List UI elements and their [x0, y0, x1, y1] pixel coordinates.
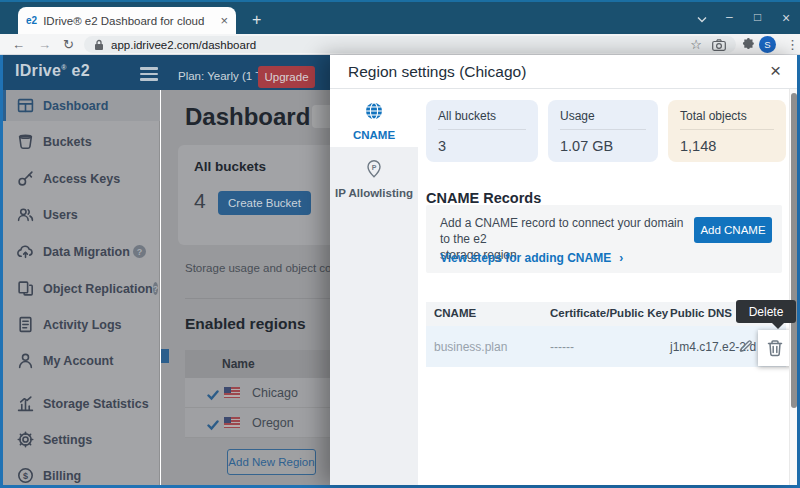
all-buckets-card: All buckets 4 Create Bucket: [178, 145, 330, 245]
sidebar-item-activity-logs[interactable]: Activity Logs: [3, 309, 160, 340]
modal-content: All buckets 3 Usage 1.07 GB Total object…: [418, 89, 789, 485]
back-icon[interactable]: ←: [12, 37, 25, 52]
delete-trash-button[interactable]: [758, 330, 792, 366]
stat-card-usage: Usage 1.07 GB: [548, 100, 658, 162]
stat-value: 1,148: [680, 138, 774, 154]
column-header-certificate: Certificate/Public Key: [550, 307, 668, 319]
regions-table-header: Name: [185, 350, 330, 378]
window-minimize-button[interactable]: –: [726, 10, 733, 24]
column-header-public-dns: Public DNS: [670, 307, 732, 319]
sidebar-item-data-migration[interactable]: Data Migration ?: [3, 236, 160, 267]
view-steps-link[interactable]: View steps for adding CNAME›: [440, 251, 623, 265]
modal-header: Region settings (Chicago) ×: [330, 55, 797, 89]
sidebar-item-label: Access Keys: [43, 172, 120, 186]
browser-menu-dots-icon[interactable]: ⋮: [786, 37, 799, 52]
globe-icon: [364, 101, 384, 121]
edit-pencil-icon[interactable]: [739, 339, 753, 353]
url-text: app.idrivee2.com/dashboard: [111, 39, 256, 51]
sidebar-item-label: Storage Statistics: [43, 397, 149, 411]
dollar-icon: $: [17, 467, 34, 484]
users-icon: [17, 206, 34, 223]
key-icon: [17, 170, 34, 187]
tab-close-icon[interactable]: ×: [220, 14, 228, 27]
sidebar-item-label: Users: [43, 208, 78, 222]
partial-hidden-button[interactable]: [312, 105, 330, 128]
modal-close-icon[interactable]: ×: [770, 60, 781, 82]
divider: [438, 129, 526, 130]
tab-ip-allowlisting[interactable]: P IP Allowlisting: [330, 147, 418, 205]
forward-icon[interactable]: →: [38, 37, 51, 52]
cloud-migration-icon: [17, 243, 34, 260]
camera-icon[interactable]: [712, 39, 726, 51]
person-icon: [17, 352, 34, 369]
browser-toolbar: ← → ↻ app.idrivee2.com/dashboard ☆ S ⋮: [0, 34, 800, 55]
modal-scrollbar[interactable]: [789, 89, 797, 485]
browser-titlebar: e2 IDrive® e2 Dashboard for cloud × + – …: [0, 0, 800, 34]
us-flag-icon: [224, 417, 240, 428]
window-maximize-button[interactable]: □: [754, 10, 761, 24]
new-tab-button[interactable]: +: [252, 11, 261, 29]
sidebar-item-my-account[interactable]: My Account: [3, 345, 160, 376]
sidebar-item-label: My Account: [43, 354, 113, 368]
create-bucket-button[interactable]: Create Bucket: [218, 191, 311, 215]
reload-icon[interactable]: ↻: [63, 37, 74, 52]
replication-icon: [17, 280, 34, 297]
modal-tab-column: CNAME P IP Allowlisting: [330, 89, 418, 485]
upgrade-button[interactable]: Upgrade: [258, 66, 315, 88]
cname-records-heading: CNAME Records: [426, 190, 541, 206]
divider: [680, 129, 774, 130]
add-cname-button[interactable]: Add CNAME: [694, 217, 772, 243]
region-settings-modal: Region settings (Chicago) × CNAME P IP A…: [330, 55, 797, 485]
sidebar-item-users[interactable]: Users: [3, 199, 160, 230]
dashboard-main: Dashboard All buckets 4 Create Bucket St…: [161, 90, 330, 485]
cname-info-box: Add a CNAME record to connect your domai…: [426, 205, 782, 273]
bucket-icon: [17, 133, 34, 150]
help-icon[interactable]: ?: [133, 245, 146, 258]
help-icon[interactable]: ?: [153, 282, 159, 295]
sidebar: Dashboard Buckets Access Keys Users Data…: [3, 90, 160, 485]
site-favicon: e2: [26, 15, 37, 26]
chevron-right-icon: ›: [619, 251, 623, 265]
region-row-oregon[interactable]: Oregon: [185, 408, 330, 438]
tab-cname[interactable]: CNAME: [330, 89, 418, 147]
divider: [185, 298, 330, 299]
sidebar-item-dashboard[interactable]: Dashboard: [3, 90, 160, 121]
region-row-chicago[interactable]: Chicago: [185, 378, 330, 408]
sidebar-item-label: Settings: [43, 433, 92, 447]
dashboard-icon: [17, 97, 34, 114]
checkmark-icon: [207, 417, 219, 429]
sidebar-item-access-keys[interactable]: Access Keys: [3, 163, 160, 194]
delete-tooltip: Delete: [736, 300, 796, 323]
sidebar-item-object-replication[interactable]: Object Replication ?: [3, 273, 160, 304]
sidebar-item-label: Billing: [43, 469, 81, 483]
sidebar-item-buckets[interactable]: Buckets: [3, 126, 160, 157]
window-menu-chevron-icon[interactable]: [697, 12, 707, 26]
sidebar-item-billing[interactable]: $ Billing: [3, 460, 160, 488]
bookmark-star-icon[interactable]: ☆: [690, 37, 702, 52]
sidebar-item-settings[interactable]: Settings: [3, 424, 160, 455]
page-title: Dashboard: [185, 103, 310, 131]
hamburger-menu-icon[interactable]: [140, 64, 158, 84]
sidebar-item-label: Dashboard: [43, 99, 108, 113]
tab-label: IP Allowlisting: [335, 187, 413, 199]
browser-profile-avatar[interactable]: S: [759, 36, 776, 53]
gear-icon: [17, 431, 34, 448]
extensions-puzzle-icon[interactable]: [742, 38, 755, 51]
address-bar[interactable]: app.idrivee2.com/dashboard ☆: [84, 36, 736, 53]
bar-chart-icon: [17, 395, 34, 412]
tab-title: IDrive® e2 Dashboard for cloud: [43, 15, 208, 27]
app-header: IDrive® e2 Plan: Yearly (1 TB) Upgrade: [3, 55, 330, 90]
idrive-e2-logo[interactable]: IDrive® e2: [15, 62, 90, 80]
sidebar-item-label: Buckets: [43, 135, 92, 149]
scrollbar-thumb[interactable]: [791, 93, 797, 408]
sidebar-item-label: Data Migration: [43, 245, 130, 259]
card-title: All buckets: [194, 159, 266, 174]
browser-tab[interactable]: e2 IDrive® e2 Dashboard for cloud ×: [18, 7, 236, 34]
stat-label: All buckets: [438, 109, 526, 123]
add-new-region-button[interactable]: Add New Region: [227, 449, 316, 475]
sidebar-item-storage-statistics[interactable]: Storage Statistics: [3, 388, 160, 419]
svg-text:P: P: [372, 164, 377, 171]
tab-label: CNAME: [353, 129, 395, 141]
window-close-button[interactable]: ×: [782, 10, 790, 26]
cell-certificate: ------: [550, 340, 574, 354]
